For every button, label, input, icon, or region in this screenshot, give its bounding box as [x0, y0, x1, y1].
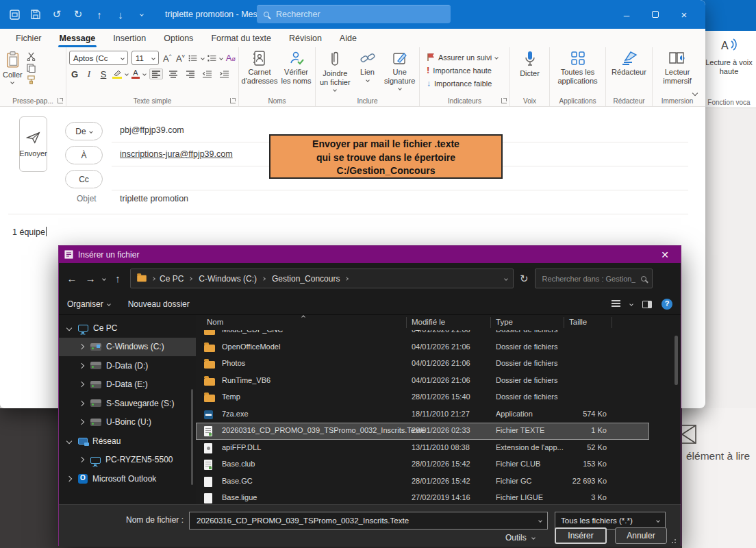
- breadcrumb-item[interactable]: Gestion_Concours: [272, 274, 340, 284]
- dialog-search-input[interactable]: [541, 274, 637, 284]
- sidebar-item[interactable]: Microsoft Outlook: [59, 469, 196, 488]
- low-importance-button[interactable]: ↓ Importance faible: [427, 77, 507, 90]
- ribbon-tab[interactable]: Aide: [331, 29, 366, 47]
- bold-button[interactable]: G: [69, 69, 80, 79]
- file-row[interactable]: Base.club 28/01/2026 15:42 Fichier CLUB …: [196, 456, 649, 473]
- font-size-combo[interactable]: 11: [131, 51, 159, 65]
- back-icon[interactable]: ←: [66, 273, 78, 284]
- column-name[interactable]: Nom: [207, 318, 223, 326]
- file-row[interactable]: Base.GC 28/01/2026 15:42 Fichier GC 22 6…: [196, 473, 649, 490]
- italic-button[interactable]: I: [84, 68, 94, 79]
- customize-qat-icon[interactable]: [136, 9, 147, 20]
- save-icon[interactable]: [30, 9, 41, 20]
- maximize-button[interactable]: [641, 0, 670, 29]
- from-button[interactable]: De: [65, 122, 103, 140]
- numbered-list-icon[interactable]: [207, 54, 216, 62]
- ribbon-tab[interactable]: Format du texte: [202, 29, 280, 47]
- attach-file-button[interactable]: Joindre un fichier: [318, 51, 352, 95]
- breadcrumb-item[interactable]: C-Windows (C:): [199, 274, 257, 284]
- highlight-button[interactable]: [112, 69, 122, 79]
- expand-chevron-icon[interactable]: [79, 363, 84, 369]
- file-row[interactable]: 7za.exe 18/11/2010 21:27 Application 574…: [196, 406, 649, 423]
- forward-icon[interactable]: →: [84, 273, 97, 284]
- send-button[interactable]: Envoyer: [19, 116, 47, 172]
- refresh-icon[interactable]: ↻: [520, 273, 529, 285]
- font-color-button[interactable]: A: [131, 70, 140, 79]
- cancel-button[interactable]: Annuler: [615, 527, 667, 544]
- expand-chevron-icon[interactable]: [66, 438, 72, 444]
- move-down-icon[interactable]: ↓: [115, 9, 126, 20]
- insert-button[interactable]: Insérer: [555, 527, 607, 544]
- address-bar[interactable]: Ce PCC-Windows (C:)Gestion_Concours: [130, 269, 514, 288]
- file-row[interactable]: Photos 04/01/2026 21:06 Dossier de fichi…: [196, 356, 649, 373]
- high-importance-button[interactable]: ! Importance haute: [427, 64, 507, 77]
- sidebar-item[interactable]: PC-RYZEN5-5500: [59, 451, 196, 470]
- search-box[interactable]: [257, 5, 451, 23]
- sidebar-item[interactable]: D-Data (E:): [59, 375, 196, 395]
- view-details-icon[interactable]: [612, 300, 620, 308]
- redo-icon[interactable]: ↻: [73, 9, 84, 20]
- copy-icon[interactable]: [27, 64, 36, 73]
- ribbon-tab[interactable]: Message: [51, 29, 105, 47]
- breadcrumb-item[interactable]: Ce PC: [160, 274, 184, 284]
- underline-button[interactable]: S: [98, 69, 109, 79]
- sidebar-item[interactable]: Réseau: [59, 432, 196, 451]
- organize-button[interactable]: Organiser: [67, 299, 110, 309]
- file-row[interactable]: Model_CDP_CNC 04/01/2026 21:06 Dossier d…: [196, 330, 649, 339]
- expand-chevron-icon[interactable]: [79, 457, 84, 462]
- file-row[interactable]: apiFFP.DLL 13/11/2010 08:38 Extension de…: [196, 440, 649, 457]
- bullet-list-icon[interactable]: [188, 54, 197, 62]
- clipboard-dialog-launcher-icon[interactable]: [58, 98, 63, 103]
- address-dropdown-icon[interactable]: [504, 277, 508, 281]
- expand-chevron-icon[interactable]: [79, 382, 84, 387]
- ribbon-tab[interactable]: Insertion: [104, 29, 155, 47]
- follow-up-button[interactable]: Assurer un suivi: [427, 51, 507, 64]
- search-input[interactable]: [275, 9, 444, 20]
- expand-chevron-icon[interactable]: [66, 325, 72, 331]
- message-body[interactable]: 1 équipe: [0, 218, 705, 237]
- file-row[interactable]: Base.ligue 27/02/2019 14:16 Fichier LIGU…: [196, 490, 649, 504]
- file-row[interactable]: Temp 28/01/2026 15:40 Dossier de fichier…: [196, 389, 649, 406]
- help-icon[interactable]: [662, 299, 672, 310]
- decrease-indent-icon[interactable]: [201, 68, 214, 79]
- tools-button[interactable]: Outils: [505, 530, 535, 545]
- filetype-dropdown-icon[interactable]: [656, 519, 660, 523]
- column-modified[interactable]: Modifié le: [412, 318, 445, 326]
- shrink-font-icon[interactable]: Av: [175, 53, 185, 64]
- move-up-icon[interactable]: ↑: [94, 9, 105, 20]
- subject-value[interactable]: triplette promotion: [120, 194, 188, 203]
- sidebar-item[interactable]: C-Windows (C:): [59, 338, 196, 357]
- basic-text-dialog-launcher-icon[interactable]: [230, 98, 236, 103]
- column-size[interactable]: Taille: [569, 318, 587, 326]
- cc-button[interactable]: Cc: [65, 170, 103, 188]
- new-folder-button[interactable]: Nouveau dossier: [128, 299, 190, 309]
- all-apps-button[interactable]: Toutes les applications: [553, 51, 603, 85]
- grow-font-icon[interactable]: A^: [162, 53, 172, 64]
- sidebar-item[interactable]: D-Data (D:): [59, 356, 196, 375]
- paste-button[interactable]: Coller: [3, 51, 23, 84]
- check-names-button[interactable]: Vérifier les noms: [280, 51, 312, 95]
- align-right-button[interactable]: [184, 68, 197, 79]
- cut-icon[interactable]: [27, 52, 36, 61]
- sidebar-item[interactable]: U-Boinc (U:): [59, 413, 196, 432]
- file-row[interactable]: RunTime_VB6 04/01/2026 21:06 Dossier de …: [196, 373, 649, 390]
- sidebar-item[interactable]: S-Sauvegarde (S:): [59, 394, 196, 413]
- undo-icon[interactable]: ↺: [51, 9, 62, 20]
- to-recipient[interactable]: inscriptions-jura@ffpjp39.com: [120, 149, 233, 159]
- link-button[interactable]: Lien: [356, 51, 379, 95]
- file-row[interactable]: 20260316_CD_PROMO_039_TSPromo_0032_Inscr…: [196, 423, 649, 440]
- file-row[interactable]: OpenOfficeModel 04/01/2026 21:06 Dossier…: [196, 339, 649, 356]
- column-type[interactable]: Type: [496, 318, 513, 326]
- resize-grip[interactable]: [670, 538, 676, 543]
- sidebar-scrollbar[interactable]: [191, 389, 193, 485]
- dictate-button[interactable]: Dicter: [513, 51, 546, 78]
- close-button[interactable]: ×: [670, 0, 698, 29]
- preview-pane-icon[interactable]: [642, 301, 652, 308]
- filename-input[interactable]: [195, 516, 535, 525]
- filename-dropdown-icon[interactable]: [538, 519, 542, 523]
- filename-combo[interactable]: [189, 512, 548, 530]
- up-icon[interactable]: ↑: [112, 273, 124, 284]
- align-center-button[interactable]: [166, 68, 180, 79]
- address-book-button[interactable]: Carnet d'adresses: [242, 51, 277, 95]
- expand-chevron-icon[interactable]: [66, 476, 72, 482]
